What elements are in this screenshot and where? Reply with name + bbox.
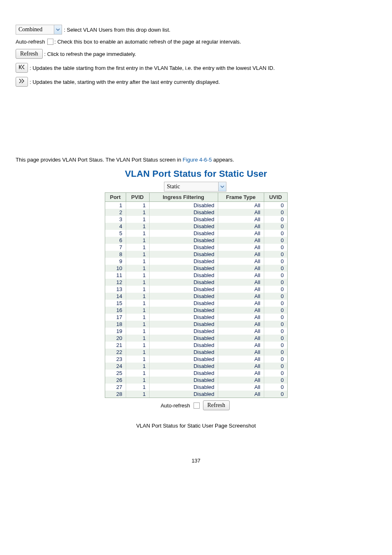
cell: 1 bbox=[126, 335, 149, 342]
cell: 1 bbox=[126, 377, 149, 384]
cell: Disabled bbox=[149, 258, 218, 265]
table-row: 141DisabledAll0 bbox=[105, 293, 287, 300]
cell: 0 bbox=[264, 209, 287, 216]
cell: All bbox=[218, 258, 264, 265]
status-user-select[interactable]: Static bbox=[164, 182, 226, 192]
cell: 5 bbox=[105, 230, 126, 237]
cell: Disabled bbox=[149, 237, 218, 244]
cell: All bbox=[218, 377, 264, 384]
cell: Disabled bbox=[149, 370, 218, 377]
figure-link[interactable]: Figure 4-6-5 bbox=[183, 157, 212, 163]
col-header-frametype: Frame Type bbox=[218, 193, 264, 202]
cell: 0 bbox=[264, 391, 287, 398]
cell: Disabled bbox=[149, 293, 218, 300]
cell: 10 bbox=[105, 265, 126, 272]
cell: All bbox=[218, 356, 264, 363]
cell: 1 bbox=[126, 349, 149, 356]
cell: 1 bbox=[126, 342, 149, 349]
cell: All bbox=[218, 237, 264, 244]
cell: 1 bbox=[126, 300, 149, 307]
cell: 23 bbox=[105, 356, 126, 363]
cell: 26 bbox=[105, 377, 126, 384]
cell: 1 bbox=[126, 384, 149, 391]
table-row: 71DisabledAll0 bbox=[105, 244, 287, 251]
cell: Disabled bbox=[149, 209, 218, 216]
cell: All bbox=[218, 349, 264, 356]
cell: 13 bbox=[105, 286, 126, 293]
cell: 1 bbox=[126, 272, 149, 279]
cell: Disabled bbox=[149, 251, 218, 258]
cell: 0 bbox=[264, 237, 287, 244]
cell: 15 bbox=[105, 300, 126, 307]
cell: Disabled bbox=[149, 300, 218, 307]
cell: 25 bbox=[105, 370, 126, 377]
section-intro-b: appears. bbox=[212, 157, 234, 163]
cell: 2 bbox=[105, 209, 126, 216]
cell: 1 bbox=[126, 286, 149, 293]
refresh-button-top[interactable]: Refresh bbox=[16, 49, 43, 59]
table-row: 91DisabledAll0 bbox=[105, 258, 287, 265]
cell: Disabled bbox=[149, 335, 218, 342]
table-row: 181DisabledAll0 bbox=[105, 321, 287, 328]
cell: 7 bbox=[105, 244, 126, 251]
cell: 1 bbox=[126, 237, 149, 244]
cell: All bbox=[218, 272, 264, 279]
cell: 0 bbox=[264, 370, 287, 377]
cell: 1 bbox=[126, 244, 149, 251]
cell: 0 bbox=[264, 335, 287, 342]
cell: 0 bbox=[264, 349, 287, 356]
cell: Disabled bbox=[149, 342, 218, 349]
first-page-button[interactable] bbox=[16, 63, 28, 73]
cell: 9 bbox=[105, 258, 126, 265]
cell: All bbox=[218, 230, 264, 237]
cell: 18 bbox=[105, 321, 126, 328]
table-row: 281DisabledAll0 bbox=[105, 391, 287, 398]
cell: Disabled bbox=[149, 349, 218, 356]
auto-refresh-checkbox-bottom[interactable] bbox=[194, 402, 200, 409]
cell: 1 bbox=[126, 251, 149, 258]
cell: Disabled bbox=[149, 356, 218, 363]
page-number: 137 bbox=[16, 458, 376, 464]
cell: 1 bbox=[126, 216, 149, 223]
refresh-button-bottom[interactable]: Refresh bbox=[203, 400, 230, 410]
vlan-port-status-table: Port PVID Ingress Filtering Frame Type U… bbox=[105, 192, 288, 398]
cell: 0 bbox=[264, 377, 287, 384]
cell: All bbox=[218, 335, 264, 342]
cell: 0 bbox=[264, 286, 287, 293]
cell: 0 bbox=[264, 258, 287, 265]
cell: 0 bbox=[264, 300, 287, 307]
cell: 1 bbox=[126, 328, 149, 335]
cell: Disabled bbox=[149, 279, 218, 286]
cell: 0 bbox=[264, 328, 287, 335]
cell: 0 bbox=[264, 321, 287, 328]
first-page-desc: : Updates the table starting from the fi… bbox=[30, 65, 275, 71]
cell: All bbox=[218, 216, 264, 223]
cell: Disabled bbox=[149, 321, 218, 328]
cell: 0 bbox=[264, 363, 287, 370]
auto-refresh-label-bottom: Auto-refresh bbox=[161, 402, 190, 409]
table-row: 261DisabledAll0 bbox=[105, 377, 287, 384]
table-row: 151DisabledAll0 bbox=[105, 300, 287, 307]
cell: All bbox=[218, 279, 264, 286]
table-row: 131DisabledAll0 bbox=[105, 286, 287, 293]
auto-refresh-checkbox-top[interactable] bbox=[47, 39, 53, 45]
cell: Disabled bbox=[149, 230, 218, 237]
cell: 0 bbox=[264, 314, 287, 321]
cell: All bbox=[218, 223, 264, 230]
vlan-user-select-desc: : Select VLAN Users from this drop down … bbox=[64, 27, 170, 33]
cell: All bbox=[218, 384, 264, 391]
status-user-select-value: Static bbox=[164, 183, 218, 190]
vlan-user-select[interactable]: Combined bbox=[16, 25, 62, 35]
first-page-icon bbox=[18, 65, 25, 71]
next-page-button[interactable] bbox=[16, 77, 28, 87]
table-row: 171DisabledAll0 bbox=[105, 314, 287, 321]
cell: Disabled bbox=[149, 216, 218, 223]
cell: All bbox=[218, 363, 264, 370]
table-row: 201DisabledAll0 bbox=[105, 335, 287, 342]
cell: All bbox=[218, 251, 264, 258]
cell: All bbox=[218, 307, 264, 314]
table-row: 111DisabledAll0 bbox=[105, 272, 287, 279]
refresh-button-bottom-label: Refresh bbox=[208, 402, 226, 409]
cell: 24 bbox=[105, 363, 126, 370]
cell: Disabled bbox=[149, 314, 218, 321]
